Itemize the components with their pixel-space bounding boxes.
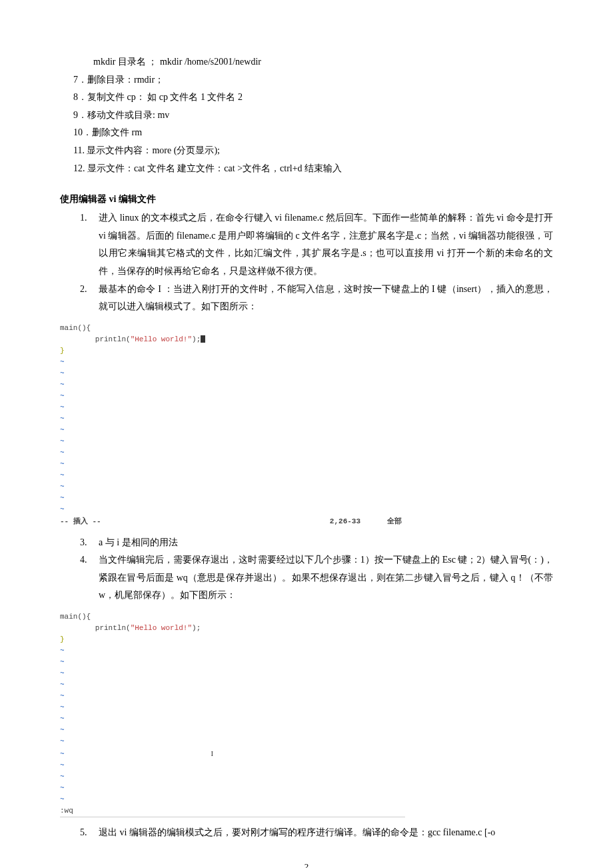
vi-terminal-wq: main(){ println("Hello world!"); } ~ ~ ~… [60, 609, 553, 820]
vi-item-4: 4. 当文件编辑完后，需要保存退出，这时需要经过以下几个步骤：1）按一下键盘上的… [80, 551, 553, 605]
item-11-text: 11. 显示文件内容：more (分页显示); [73, 142, 553, 160]
vi-item-1: 1. 进入 linux 的文本模式之后，在命令行键入 vi filename.c… [80, 209, 553, 280]
mkdir-line: mkdir 目录名 ； mkdir /home/s2001/newdir [60, 53, 553, 71]
vi-list: 1. 进入 linux 的文本模式之后，在命令行键入 vi filename.c… [60, 209, 553, 316]
item-9-text: 9．移动文件或目录: mv [73, 107, 553, 125]
tilde-line: ~ [60, 691, 553, 702]
tilde-line: ~ [60, 493, 553, 504]
item-9: 9．移动文件或目录: mv [60, 107, 553, 125]
vi-text-2: 最基本的命令 I ：当进入刚打开的文件时，不能写入信息，这时按一下键盘上的 I … [99, 281, 553, 316]
document-page: mkdir 目录名 ； mkdir /home/s2001/newdir 7．删… [0, 0, 613, 868]
tilde-line: ~I [60, 748, 553, 760]
code-l2a: println( [60, 335, 131, 343]
item-8: 8．复制文件 cp： 如 cp 文件名 1 文件名 2 [60, 89, 553, 107]
tilde-line: ~ [60, 470, 553, 481]
tilde-line: ~ [60, 645, 553, 657]
tilde-line: ~ [60, 413, 553, 425]
tilde-line: ~ [60, 702, 553, 713]
vi-num-5: 5. [80, 824, 99, 842]
vi-num-2: 2. [80, 281, 99, 316]
code2-l2-str: "Hello world!" [131, 624, 192, 632]
code2-l3: } [60, 635, 65, 643]
item-10-text: 10．删除文件 rm [73, 124, 553, 142]
vi-num-1: 1. [80, 209, 99, 280]
vi-item-2: 2. 最基本的命令 I ：当进入刚打开的文件时，不能写入信息，这时按一下键盘上的… [80, 281, 553, 316]
tilde-line: ~ [60, 504, 553, 515]
item-8-text: 8．复制文件 cp： 如 cp 文件名 1 文件名 2 [73, 89, 553, 107]
tilde-line: ~ [60, 402, 553, 413]
item-7-text: 7．删除目录：rmdir； [73, 71, 553, 89]
vi-list-2: 3. a 与 i 是相同的用法 4. 当文件编辑完后，需要保存退出，这时需要经过… [60, 534, 553, 605]
vi-command-wq: :wq [60, 805, 405, 817]
tilde-line: ~ [60, 760, 553, 771]
vi-list-3: 5. 退出 vi 编辑器的编辑模式之后，要对刚才编写的程序进行编译。编译的命令是… [60, 824, 553, 842]
page-number: 2 [60, 861, 553, 868]
vi-num-4: 4. [80, 551, 99, 605]
tilde-line: ~ [60, 668, 553, 679]
tilde-line: ~ [60, 771, 553, 783]
vi-item-5: 5. 退出 vi 编辑器的编辑模式之后，要对刚才编写的程序进行编译。编译的命令是… [80, 824, 553, 842]
item-12: 12. 显示文件：cat 文件名 建立文件：cat >文件名，ctrl+d 结束… [60, 160, 553, 178]
item-11: 11. 显示文件内容：more (分页显示); [60, 142, 553, 160]
tilde-line: ~ [60, 679, 553, 691]
code2-l1: main(){ [60, 613, 91, 621]
vi-num-3: 3. [80, 534, 99, 552]
tilde-line: ~ [60, 447, 553, 459]
vi-text-1: 进入 linux 的文本模式之后，在命令行键入 vi filename.c 然后… [99, 209, 553, 280]
tilde-line: ~ [60, 425, 553, 436]
code-l3: } [60, 347, 65, 355]
code-l2c: ); [192, 335, 201, 343]
tilde-line: ~ [60, 783, 553, 794]
vi-status-line: -- 插入 -- 2,26-33 全部 [60, 516, 553, 527]
tilde-line: ~ [60, 368, 553, 379]
tilde-line: ~ [60, 657, 553, 668]
vi-text-5: 退出 vi 编辑器的编辑模式之后，要对刚才编写的程序进行编译。编译的命令是：gc… [99, 824, 553, 842]
code2-l2a: println( [60, 624, 131, 632]
code-l2-str: "Hello world!" [131, 335, 192, 343]
tilde-line: ~ [60, 725, 553, 736]
tilde-line: ~ [60, 436, 553, 447]
tilde-line: ~ [60, 481, 553, 493]
cursor-icon [201, 335, 205, 343]
code-l1: main(){ [60, 324, 91, 332]
code2-l2c: ); [192, 624, 201, 632]
tilde-line: ~ [60, 379, 553, 391]
vi-text-3: a 与 i 是相同的用法 [99, 534, 553, 552]
item-10: 10．删除文件 rm [60, 124, 553, 142]
item-7: 7．删除目录：rmdir； [60, 71, 553, 89]
tilde-line: ~ [60, 459, 553, 470]
vi-terminal-insert: main(){ println("Hello world!"); } ~ ~ ~… [60, 320, 553, 530]
ibeam-cursor-icon: I [65, 748, 214, 759]
section-heading-vi: 使用编辑器 vi 编辑文件 [60, 193, 553, 205]
tilde-line: ~ [60, 794, 553, 805]
tilde-line: ~ [60, 357, 553, 368]
vi-item-3: 3. a 与 i 是相同的用法 [80, 534, 553, 552]
tilde-line: ~ [60, 736, 553, 747]
tilde-line: ~ [60, 713, 553, 725]
vi-text-4: 当文件编辑完后，需要保存退出，这时需要经过以下几个步骤：1）按一下键盘上的 Es… [99, 551, 553, 605]
item-12-text: 12. 显示文件：cat 文件名 建立文件：cat >文件名，ctrl+d 结束… [73, 160, 553, 178]
tilde-line: ~ [60, 391, 553, 402]
